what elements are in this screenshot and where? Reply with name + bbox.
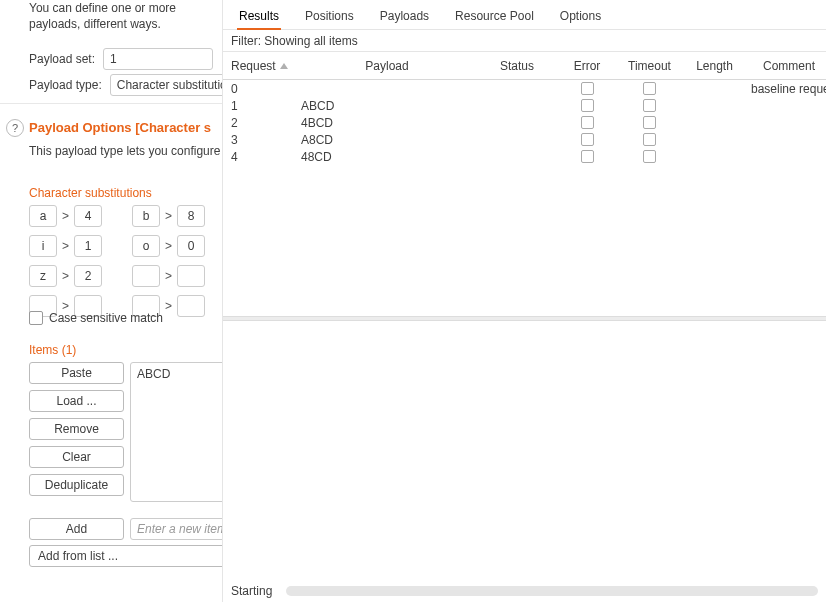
paste-button[interactable]: Paste <box>29 362 124 384</box>
cell-timeout <box>617 99 682 112</box>
payload-type-select[interactable]: Character substitution <box>110 74 230 96</box>
tab-results[interactable]: Results <box>239 9 279 29</box>
arrow-icon: > <box>163 239 174 253</box>
sub-from-input[interactable]: z <box>29 265 57 287</box>
cell-payload: 48CD <box>297 150 477 164</box>
cell-timeout <box>617 82 682 95</box>
col-comment[interactable]: Comment <box>747 59 826 73</box>
attack-results-panel: Results Positions Payloads Resource Pool… <box>222 0 826 602</box>
results-tabs: Results Positions Payloads Resource Pool… <box>223 0 826 30</box>
sub-from-input[interactable]: b <box>132 205 160 227</box>
cell-error <box>557 150 617 163</box>
payload-set-value: 1 <box>110 52 117 66</box>
cell-comment: baseline request <box>747 82 826 96</box>
tab-options[interactable]: Options <box>560 9 601 29</box>
character-substitutions-title: Character substitutions <box>29 186 152 200</box>
table-row[interactable]: 3 A8CD <box>227 131 826 148</box>
add-button[interactable]: Add <box>29 518 124 540</box>
filter-bar[interactable]: Filter: Showing all items <box>223 30 826 52</box>
sort-asc-icon <box>280 63 288 69</box>
sub-from-input[interactable]: a <box>29 205 57 227</box>
arrow-icon: > <box>163 299 174 313</box>
case-sensitive-checkbox[interactable] <box>29 311 43 325</box>
horizontal-splitter[interactable] <box>223 316 826 321</box>
cell-payload: 4BCD <box>297 116 477 130</box>
status-bar: Starting <box>223 580 826 602</box>
arrow-icon: > <box>60 209 71 223</box>
new-item-placeholder: Enter a new item <box>137 522 225 536</box>
case-sensitive-label: Case sensitive match <box>49 311 163 325</box>
items-listbox[interactable]: ABCD <box>130 362 225 502</box>
col-request[interactable]: Request <box>227 59 297 73</box>
remove-button[interactable]: Remove <box>29 418 124 440</box>
sub-to-input[interactable]: 0 <box>177 235 205 257</box>
cell-error <box>557 99 617 112</box>
items-buttons: Paste Load ... Remove Clear Deduplicate <box>29 362 124 496</box>
cell-payload: ABCD <box>297 99 477 113</box>
timeout-checkbox[interactable] <box>643 150 656 163</box>
cell-payload: A8CD <box>297 133 477 147</box>
arrow-icon: > <box>60 269 71 283</box>
col-timeout[interactable]: Timeout <box>617 59 682 73</box>
intro-text: You can define one or more payloads, dif… <box>29 0 229 32</box>
error-checkbox[interactable] <box>581 82 594 95</box>
timeout-checkbox[interactable] <box>643 99 656 112</box>
arrow-icon: > <box>163 209 174 223</box>
tab-positions[interactable]: Positions <box>305 9 354 29</box>
table-row[interactable]: 2 4BCD <box>227 114 826 131</box>
cell-error <box>557 133 617 146</box>
timeout-checkbox[interactable] <box>643 82 656 95</box>
error-checkbox[interactable] <box>581 116 594 129</box>
cell-error <box>557 82 617 95</box>
table-row[interactable]: 1 ABCD <box>227 97 826 114</box>
col-error[interactable]: Error <box>557 59 617 73</box>
payload-set-select[interactable]: 1 <box>103 48 213 70</box>
col-length[interactable]: Length <box>682 59 747 73</box>
items-title: Items (1) <box>29 343 76 357</box>
payload-set-label: Payload set: <box>29 52 95 66</box>
list-item[interactable]: ABCD <box>137 367 218 381</box>
sub-from-input[interactable]: o <box>132 235 160 257</box>
results-table-body: 0 baseline request 1 ABCD 2 4BCD <box>223 80 826 165</box>
substitution-grid: a > 4 b > 8 i > 1 o > 0 z <box>29 204 245 318</box>
payload-options-title: Payload Options [Character s <box>29 120 211 135</box>
tab-payloads[interactable]: Payloads <box>380 9 429 29</box>
cell-request: 0 <box>227 82 297 96</box>
sub-to-input[interactable]: 4 <box>74 205 102 227</box>
table-row[interactable]: 4 48CD <box>227 148 826 165</box>
cell-request: 2 <box>227 116 297 130</box>
col-payload[interactable]: Payload <box>297 59 477 73</box>
error-checkbox[interactable] <box>581 99 594 112</box>
sub-to-input[interactable]: 8 <box>177 205 205 227</box>
sub-from-input[interactable]: i <box>29 235 57 257</box>
table-row[interactable]: 0 baseline request <box>227 80 826 97</box>
new-item-input[interactable]: Enter a new item <box>130 518 225 540</box>
error-checkbox[interactable] <box>581 133 594 146</box>
error-checkbox[interactable] <box>581 150 594 163</box>
arrow-icon: > <box>60 239 71 253</box>
load-button[interactable]: Load ... <box>29 390 124 412</box>
status-text: Starting <box>231 584 272 598</box>
payload-options-desc: This payload type lets you configure <box>29 144 220 158</box>
sub-from-input[interactable] <box>132 265 160 287</box>
cell-error <box>557 116 617 129</box>
col-status[interactable]: Status <box>477 59 557 73</box>
cell-timeout <box>617 116 682 129</box>
add-from-list-button[interactable]: Add from list ... <box>29 545 225 567</box>
sub-to-input[interactable] <box>177 295 205 317</box>
payload-type-label: Payload type: <box>29 78 102 92</box>
clear-button[interactable]: Clear <box>29 446 124 468</box>
cell-request: 3 <box>227 133 297 147</box>
tab-resource-pool[interactable]: Resource Pool <box>455 9 534 29</box>
cell-request: 4 <box>227 150 297 164</box>
sub-to-input[interactable] <box>177 265 205 287</box>
results-table-header: Request Payload Status Error Timeout Len… <box>223 52 826 80</box>
help-icon[interactable]: ? <box>6 119 24 137</box>
deduplicate-button[interactable]: Deduplicate <box>29 474 124 496</box>
cell-request: 1 <box>227 99 297 113</box>
timeout-checkbox[interactable] <box>643 116 656 129</box>
sub-to-input[interactable]: 2 <box>74 265 102 287</box>
sub-to-input[interactable]: 1 <box>74 235 102 257</box>
cell-timeout <box>617 133 682 146</box>
timeout-checkbox[interactable] <box>643 133 656 146</box>
